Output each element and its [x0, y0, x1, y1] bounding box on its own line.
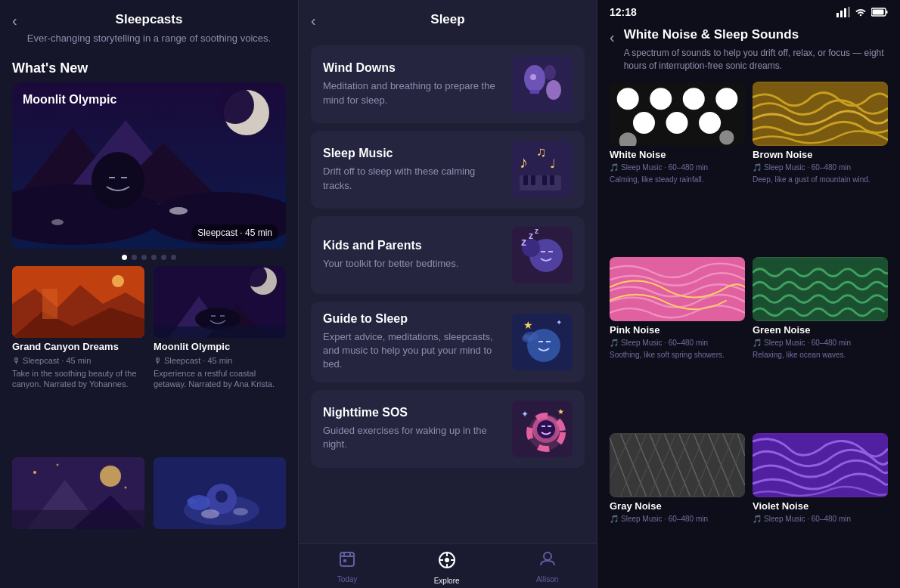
panel3-back-button[interactable]: ‹ [610, 27, 615, 46]
violet-noise-item[interactable]: Violet Noise 🎵 Sleep Music · 60–480 min [753, 433, 888, 588]
dot-3[interactable] [141, 255, 147, 260]
hero-card[interactable]: Moonlit Olympic [12, 82, 286, 249]
thumb-img-yellow [12, 457, 144, 529]
panel3-desc: A spectrum of sounds to help you drift o… [624, 47, 888, 73]
svg-point-103 [715, 88, 737, 110]
allison-label: Allison [536, 575, 558, 583]
wind-downs-card[interactable]: Wind Downs Meditation and breathing to p… [311, 45, 585, 123]
guide-sleep-desc: Expert advice, meditations, sleepcasts, … [323, 330, 503, 372]
noise-grid: White Noise 🎵 Sleep Music · 60–480 min C… [597, 82, 900, 588]
thumb-moonlit-olympic[interactable]: Moonlit Olympic 🎙 Sleepcast · 45 min Exp… [154, 266, 286, 448]
svg-point-2 [216, 86, 254, 124]
svg-rect-98 [873, 10, 884, 15]
status-bar: 12:18 [597, 0, 900, 21]
svg-point-39 [216, 491, 228, 503]
hero-duration: Sleepcast · 45 min [191, 224, 278, 241]
gray-noise-meta: 🎵 Sleep Music · 60–480 min [610, 515, 745, 523]
white-noise-item[interactable]: White Noise 🎵 Sleep Music · 60–480 min C… [610, 82, 745, 249]
svg-point-34 [125, 487, 127, 489]
svg-rect-80 [340, 552, 354, 566]
svg-text:z: z [521, 236, 526, 248]
nighttime-sos-card[interactable]: Nighttime SOS Guided exercises for wakin… [311, 390, 585, 468]
svg-point-46 [546, 80, 561, 100]
dot-5[interactable] [161, 255, 166, 260]
status-icons [836, 7, 888, 17]
thumb-grand-canyon[interactable]: Grand Canyon Dreams 🎙 Sleepcast · 45 min… [12, 266, 144, 448]
violet-noise-thumb [753, 433, 888, 497]
brown-noise-desc: Deep, like a gust of mountain wind. [753, 175, 888, 184]
brown-noise-item[interactable]: Brown Noise 🎵 Sleep Music · 60–480 min D… [753, 82, 888, 249]
gray-noise-title: Gray Noise [610, 500, 745, 512]
status-time: 12:18 [610, 6, 637, 18]
violet-noise-meta: 🎵 Sleep Music · 60–480 min [753, 515, 888, 523]
svg-point-13 [51, 219, 64, 225]
panel3-header: ‹ White Noise & Sleep Sounds A spectrum … [597, 21, 900, 82]
pink-noise-item[interactable]: Pink Noise 🎵 Sleep Music · 60–480 min So… [610, 257, 745, 425]
thumb-mo-meta: 🎙 Sleepcast · 45 min [154, 356, 286, 365]
pink-noise-title: Pink Noise [610, 324, 745, 336]
brown-noise-title: Brown Noise [753, 149, 888, 160]
thumb-img-blue [154, 457, 286, 529]
svg-point-9 [92, 152, 144, 209]
svg-point-33 [33, 471, 36, 474]
thumb-bottom-right[interactable] [154, 457, 286, 588]
thumb-gc-meta: 🎙 Sleepcast · 45 min [12, 356, 144, 365]
today-label: Today [337, 575, 358, 583]
kids-parents-card[interactable]: Kids and Parents Your toolkit for better… [311, 216, 585, 294]
thumb-gc-title: Grand Canyon Dreams [12, 341, 144, 353]
svg-point-70 [522, 335, 532, 342]
dot-4[interactable] [151, 255, 157, 260]
panel2-back-button[interactable]: ‹ [311, 12, 316, 29]
thumb-gc-desc: Take in the soothing beauty of the canyo… [12, 368, 144, 390]
svg-text:♫: ♫ [536, 144, 547, 159]
svg-text:★: ★ [557, 407, 564, 416]
kids-parents-desc: Your toolkit for better bedtimes. [323, 257, 503, 271]
svg-point-106 [699, 112, 721, 134]
explore-label: Explore [434, 577, 460, 585]
thumbnails-grid: Grand Canyon Dreams 🎙 Sleepcast · 45 min… [0, 266, 298, 588]
dot-1[interactable] [122, 255, 127, 260]
green-noise-thumb [753, 257, 888, 321]
signal-icon [836, 7, 850, 17]
thumb-bottom-left[interactable] [12, 457, 144, 588]
panel2-header: ‹ Sleep [299, 0, 597, 39]
thumb-mo-desc: Experience a restful coastal getaway. Na… [154, 368, 286, 390]
svg-rect-32 [12, 510, 144, 529]
wind-downs-desc: Meditation and breathing to prepare the … [323, 79, 503, 107]
svg-text:♪: ♪ [520, 153, 528, 172]
pink-noise-thumb [610, 257, 745, 321]
svg-rect-53 [523, 175, 528, 185]
carousel-dots [0, 249, 298, 266]
back-button[interactable]: ‹ [12, 12, 17, 29]
battery-icon [871, 8, 888, 17]
wifi-icon [855, 8, 867, 17]
svg-point-108 [719, 130, 734, 144]
guide-sleep-card[interactable]: Guide to Sleep Expert advice, meditation… [311, 302, 585, 382]
guide-sleep-title: Guide to Sleep [323, 312, 503, 326]
tab-explore[interactable]: Explore [434, 550, 460, 585]
gray-noise-item[interactable]: Gray Noise 🎵 Sleep Music · 60–480 min [610, 433, 745, 588]
tab-allison[interactable]: Allison [536, 550, 558, 585]
gray-noise-thumb [610, 433, 745, 497]
white-noise-title: White Noise [610, 149, 745, 160]
kids-parents-text: Kids and Parents Your toolkit for better… [323, 239, 503, 271]
svg-rect-84 [343, 559, 346, 562]
green-noise-item[interactable]: Green Noise 🎵 Sleep Music · 60–480 min R… [753, 257, 888, 425]
green-noise-meta: 🎵 Sleep Music · 60–480 min [753, 339, 888, 347]
tab-today[interactable]: Today [337, 550, 358, 585]
wind-downs-art [512, 56, 573, 113]
white-noise-panel: 12:18 ‹ White Noise & Sleep Sound [597, 0, 900, 588]
panel1-subtitle: Ever-changing storytelling in a range of… [12, 32, 286, 45]
dot-2[interactable] [132, 255, 137, 260]
sleep-music-card[interactable]: Sleep Music Drift off to sleep with thes… [311, 131, 585, 209]
white-noise-desc: Calming, like steady rainfall. [610, 175, 745, 184]
pink-noise-meta: 🎵 Sleep Music · 60–480 min [610, 339, 745, 347]
nighttime-sos-art: ✦ ★ [512, 401, 573, 457]
sleep-music-text: Sleep Music Drift off to sleep with thes… [323, 147, 503, 192]
svg-text:z: z [535, 227, 538, 235]
dot-6[interactable] [171, 255, 176, 260]
svg-rect-94 [844, 8, 846, 17]
svg-point-43 [187, 498, 196, 504]
svg-rect-54 [531, 175, 535, 185]
whats-new-label: What's New [0, 51, 298, 82]
